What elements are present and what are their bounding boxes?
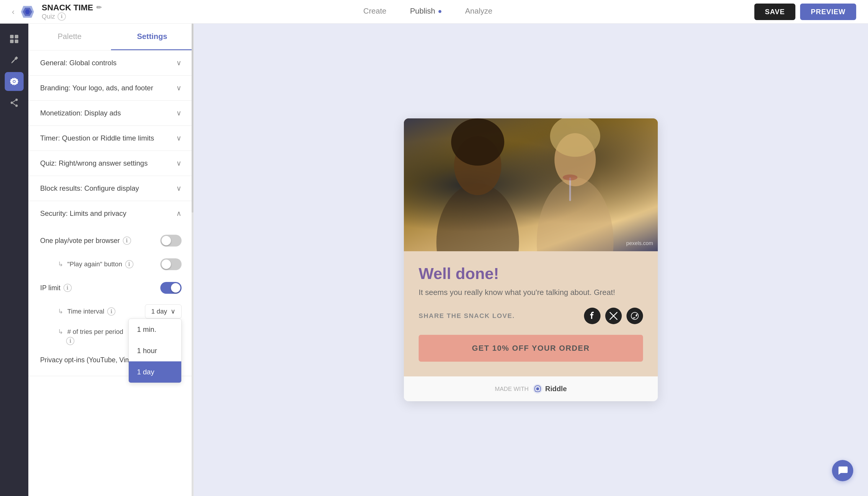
time-interval-info-icon[interactable]: ℹ	[107, 307, 115, 315]
chevron-down-icon: ∨	[176, 134, 182, 142]
sidebar-item-brush[interactable]	[5, 51, 24, 70]
setting-one-play: One play/vote per browser ℹ	[40, 229, 182, 252]
one-play-toggle[interactable]	[160, 235, 182, 247]
quiz-result-area: Well done! It seems you really know what…	[404, 251, 658, 376]
time-interval-select[interactable]: 1 day ∨	[145, 305, 182, 319]
svg-point-13	[15, 105, 18, 107]
dropdown-item-1min[interactable]: 1 min.	[129, 319, 181, 340]
svg-rect-4	[15, 35, 18, 38]
accordion-general[interactable]: General: Global controls ∨	[28, 50, 193, 76]
logo	[19, 3, 36, 20]
project-title: SNACK TIME	[42, 3, 93, 12]
made-with: MADE WITH Riddle	[404, 376, 658, 401]
whatsapp-share-icon[interactable]	[626, 308, 643, 324]
main-layout: Palette Settings General: Global control…	[0, 24, 868, 496]
svg-point-11	[15, 98, 18, 101]
chevron-down-icon: ∨	[176, 109, 182, 117]
time-interval-dropdown: 1 min. 1 hour 1 day	[128, 319, 182, 383]
project-type: Quiz	[42, 13, 55, 20]
share-row: SHARE THE SNACK LOVE.	[419, 308, 643, 324]
quiz-card: pexels.com Well done! It seems you reall…	[404, 119, 658, 401]
accordion-block-results[interactable]: Block results: Configure display ∨	[28, 176, 193, 201]
nav-create[interactable]: Create	[363, 6, 386, 17]
riddle-logo: Riddle	[532, 384, 567, 394]
svg-point-10	[13, 81, 15, 82]
chevron-down-icon: ∨	[176, 84, 182, 92]
publish-dot	[438, 10, 441, 13]
play-again-toggle[interactable]	[160, 258, 182, 270]
accordion-quiz[interactable]: Quiz: Right/wrong answer settings ∨	[28, 151, 193, 176]
svg-line-14	[13, 100, 15, 102]
sidebar-item-grid[interactable]	[5, 30, 24, 48]
dropdown-item-1hour[interactable]: 1 hour	[129, 340, 181, 361]
play-again-info-icon[interactable]: ℹ	[125, 260, 134, 268]
settings-panel: Palette Settings General: Global control…	[28, 24, 194, 496]
svg-point-24	[631, 312, 638, 320]
settings-scroll[interactable]: General: Global controls ∨ Branding: You…	[28, 50, 193, 496]
ip-limit-info-icon[interactable]: ℹ	[63, 284, 72, 292]
title-group: SNACK TIME ✏ Quiz ℹ	[42, 3, 101, 21]
nav-publish[interactable]: Publish	[410, 6, 442, 17]
svg-point-12	[11, 102, 13, 104]
share-text: SHARE THE SNACK LOVE.	[419, 312, 515, 320]
setting-play-again: ↳ "Play again" button ℹ	[40, 252, 182, 276]
quiz-image: pexels.com	[404, 119, 658, 251]
security-content: One play/vote per browser ℹ ↳ "Play agai…	[28, 226, 193, 376]
chat-bubble[interactable]	[832, 460, 853, 481]
cta-button[interactable]: GET 10% OFF YOUR ORDER	[419, 335, 643, 362]
preview-button[interactable]: PREVIEW	[800, 3, 856, 20]
sub-arrow-icon: ↳	[58, 328, 63, 336]
scroll-thumb	[191, 24, 193, 213]
back-button[interactable]: ‹	[12, 7, 14, 17]
chevron-down-icon: ∨	[176, 159, 182, 167]
one-play-info-icon[interactable]: ℹ	[123, 236, 131, 245]
result-title: Well done!	[419, 264, 643, 282]
svg-point-19	[537, 177, 614, 251]
time-interval-row: ↳ Time interval ℹ 1 day ∨ 1 min.	[40, 300, 182, 323]
time-interval-dropdown-wrapper: 1 day ∨ 1 min. 1 hour 1 day	[145, 305, 182, 319]
panel-tabs: Palette Settings	[28, 24, 193, 50]
toggle-thumb	[161, 260, 171, 269]
tab-settings[interactable]: Settings	[111, 24, 194, 50]
image-illustration	[404, 119, 658, 251]
chevron-up-icon: ∧	[176, 209, 182, 218]
nav-actions: SAVE PREVIEW	[754, 3, 856, 20]
toggle-thumb	[161, 236, 171, 245]
sidebar-icons	[0, 24, 28, 496]
accordion-security: Security: Limits and privacy ∧ One play/…	[28, 201, 193, 376]
x-share-icon[interactable]	[605, 308, 622, 324]
sidebar-item-settings[interactable]	[5, 72, 24, 91]
accordion-monetization[interactable]: Monetization: Display ads ∨	[28, 101, 193, 126]
riddle-logo-icon	[532, 384, 543, 394]
edit-icon[interactable]: ✏	[96, 4, 102, 12]
dropdown-item-1day[interactable]: 1 day	[129, 361, 181, 383]
navbar: ‹ SNACK TIME ✏ Quiz ℹ Create Publish Ana…	[0, 0, 868, 24]
nav-links: Create Publish Analyze	[102, 6, 754, 17]
chevron-down-icon: ∨	[176, 59, 182, 67]
riddle-label: Riddle	[545, 385, 567, 393]
svg-rect-3	[10, 35, 14, 38]
tries-info-icon[interactable]: ℹ	[66, 337, 74, 345]
sidebar-item-share[interactable]	[5, 93, 24, 112]
scroll-track[interactable]	[191, 24, 193, 496]
svg-point-26	[536, 387, 539, 390]
save-button[interactable]: SAVE	[754, 3, 796, 20]
result-desc: It seems you really know what you're tal…	[419, 288, 643, 297]
nav-analyze[interactable]: Analyze	[465, 6, 493, 17]
accordion-security-header[interactable]: Security: Limits and privacy ∧	[28, 201, 193, 226]
preview-area: pexels.com Well done! It seems you reall…	[194, 24, 868, 496]
accordion-branding[interactable]: Branding: Your logo, ads, and footer ∨	[28, 76, 193, 101]
facebook-share-icon[interactable]	[584, 308, 601, 324]
share-icons	[584, 308, 643, 324]
project-info-icon[interactable]: ℹ	[58, 12, 66, 21]
tab-palette[interactable]: Palette	[28, 24, 111, 50]
pexels-tag: pexels.com	[626, 240, 653, 247]
sub-arrow-icon: ↳	[58, 260, 63, 268]
dropdown-chevron-icon: ∨	[171, 308, 175, 315]
svg-rect-6	[15, 40, 18, 43]
svg-point-18	[451, 119, 504, 166]
accordion-timer[interactable]: Timer: Question or Riddle time limits ∨	[28, 126, 193, 151]
ip-limit-toggle[interactable]	[160, 282, 182, 294]
svg-rect-5	[10, 40, 14, 43]
sub-arrow-icon: ↳	[58, 308, 63, 315]
